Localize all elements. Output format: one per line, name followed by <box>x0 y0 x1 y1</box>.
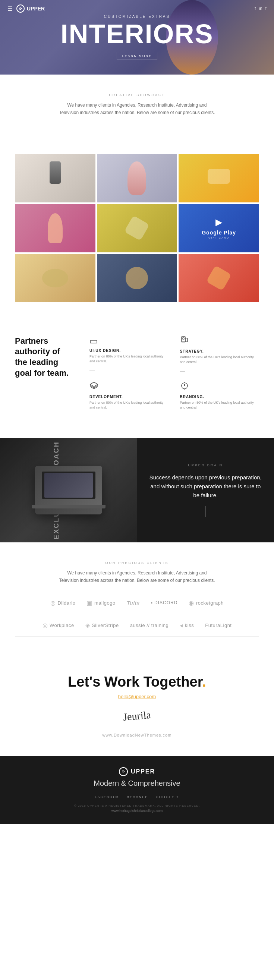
gallery-cell-5 <box>97 204 177 252</box>
dildario-icon: ◎ <box>50 600 56 606</box>
footer-facebook[interactable]: FACEBOOK <box>95 795 119 799</box>
gallery-cell-1 <box>15 154 96 202</box>
ui-ux-desc: Partner on 80% of the UK's leading local… <box>89 354 169 364</box>
clients-label: OUR PRECIOUS CLIENTS <box>15 561 259 565</box>
signature: Jeurila <box>123 709 151 723</box>
abstract-3d-shape <box>206 266 231 291</box>
logo[interactable]: ⟳ UPPER <box>16 5 45 13</box>
footer-behance[interactable]: BEHANCE <box>127 795 148 799</box>
footer: ⟳ UPPER Modern & Comprehensive FACEBOOK … <box>0 756 274 824</box>
footer-url: www.heritageichristiancollege.com <box>15 809 259 813</box>
creative-label: CREATIVE SHOWCASE <box>15 93 259 97</box>
logo-circle: ⟳ <box>16 5 25 13</box>
google-play-sub: GIFT CARD <box>209 236 229 239</box>
kiss-icon: ◂ <box>180 622 183 629</box>
gallery-cell-4 <box>15 204 96 252</box>
signature-area: Jeurila <box>15 707 259 725</box>
laptop-shape <box>35 466 102 514</box>
client-tufts: Tufts <box>127 600 140 606</box>
creative-showcase-section: CREATIVE SHOWCASE We have many clients i… <box>0 75 274 154</box>
ui-ux-icon: ▭ <box>89 336 169 346</box>
approach-section: EXCLUSIVE APPROACH UPPER BRAIN Success d… <box>0 438 274 542</box>
service-strategy: STRATEGY. Partner on 80% of the UK's lea… <box>180 336 260 374</box>
learn-more-button[interactable]: LEARN MORE <box>117 52 158 60</box>
client-aussie: aussie // training <box>130 622 169 628</box>
futuralight-text: FuturaLight <box>205 622 231 628</box>
header-content: CUSTOMIZABLE EXTRAS INTERIORS LEARN MORE <box>61 14 213 60</box>
footer-nav: FACEBOOK BEHANCE GOOGLE + <box>15 795 259 799</box>
workplace-text: Workplace <box>49 622 74 628</box>
facebook-icon[interactable]: f <box>255 6 256 11</box>
gallery-cell-3 <box>178 154 259 202</box>
partners-title: Partners authority of the leading goal f… <box>15 336 75 379</box>
nav-left: ☰ ⟳ UPPER <box>8 5 45 13</box>
fruit-bike-shape <box>42 269 68 287</box>
footer-google[interactable]: GOOGLE + <box>156 795 179 799</box>
hamburger-icon[interactable]: ☰ <box>8 5 13 12</box>
strategy-title: STRATEGY. <box>180 349 260 353</box>
work-title: Let's Work Together. <box>15 674 259 690</box>
dildario-text: Dildario <box>57 600 75 606</box>
workplace-icon: ◎ <box>43 622 48 629</box>
linkedin-icon[interactable]: in <box>259 6 262 11</box>
gallery-cell-google-play: ▶ Google Play GIFT CARD <box>178 204 259 252</box>
strategy-desc: Partner on 80% of the UK's leading local… <box>180 355 260 365</box>
mailgogo-text: mailgogo <box>94 600 116 606</box>
client-silverstripe: ◈ SilverStripe <box>85 622 119 629</box>
branding-desc: Partner on 80% of the UK's leading local… <box>180 400 260 410</box>
logo-text: UPPER <box>27 6 45 11</box>
spray-can-shape <box>49 161 61 184</box>
approach-divider <box>206 506 206 517</box>
svg-rect-3 <box>185 338 188 342</box>
client-rocketgraph: ◉ rocketgraph <box>189 600 224 606</box>
client-dildario: ◎ Dildario <box>50 600 76 606</box>
gallery-cell-8 <box>97 254 177 302</box>
clients-section: OUR PRECIOUS CLIENTS We have many client… <box>0 542 274 652</box>
upper-brain-label: UPPER BRAIN <box>188 463 223 467</box>
work-title-dot: . <box>202 674 206 690</box>
development-title: DEVELOPMENT. <box>89 395 169 399</box>
creative-description: We have many clients in Agencies, Resear… <box>59 102 215 117</box>
clients-row-2: ◎ Workplace ◈ SilverStripe aussie // tra… <box>15 614 259 637</box>
client-mailgogo: ▣ mailgogo <box>86 600 115 606</box>
client-workplace: ◎ Workplace <box>43 622 74 629</box>
gallery-cell-7 <box>15 254 96 302</box>
silverstripe-icon: ◈ <box>85 622 90 629</box>
partners-right: ▭ UI-UX DESIGN. Partner on 80% of the UK… <box>89 336 259 419</box>
branding-icon <box>180 381 260 393</box>
work-together-section: Let's Work Together. hello@upper.com Jeu… <box>0 652 274 756</box>
colorful-shape <box>126 267 148 289</box>
approach-quote: Success depends upon previous preparatio… <box>148 473 263 500</box>
client-futuralight: FuturaLight <box>205 622 231 628</box>
hero-title: INTERIORS <box>61 21 213 47</box>
toy-shape <box>208 169 230 184</box>
development-desc: Partner on 80% of the UK's leading local… <box>89 400 169 410</box>
footer-tagline: Modern & Comprehensive <box>15 779 259 788</box>
development-dash: — <box>89 414 169 419</box>
approach-right: UPPER BRAIN Success depends upon previou… <box>137 438 274 542</box>
discord-text: ▪ DISCORD <box>151 600 177 605</box>
branding-dash: — <box>180 414 260 419</box>
rocketgraph-icon: ◉ <box>189 600 194 606</box>
twitter-icon[interactable]: t <box>265 6 266 11</box>
service-branding: BRANDING. Partner on 80% of the UK's lea… <box>180 381 260 419</box>
tufts-text: Tufts <box>127 600 140 606</box>
work-email[interactable]: hello@upper.com <box>15 694 259 699</box>
ui-ux-title: UI-UX DESIGN. <box>89 348 169 353</box>
nav-right: f in t <box>255 6 266 11</box>
footer-logo-circle: ⟳ <box>119 767 128 776</box>
abstract-shape <box>124 215 150 241</box>
partners-section: Partners authority of the leading goal f… <box>0 321 274 438</box>
development-icon <box>89 381 169 393</box>
google-play-text: Google Play <box>202 230 236 235</box>
clients-row-1: ◎ Dildario ▣ mailgogo Tufts ▪ DISCORD ◉ … <box>15 592 259 614</box>
svg-rect-1 <box>183 338 184 339</box>
strategy-dash: — <box>180 368 260 374</box>
mailgogo-icon: ▣ <box>86 600 92 606</box>
kiss-text: kiss <box>185 622 194 628</box>
partners-left: Partners authority of the leading goal f… <box>15 336 75 419</box>
approach-left: EXCLUSIVE APPROACH <box>0 438 137 542</box>
gallery-cell-2 <box>97 154 177 202</box>
figure-shape <box>127 161 146 195</box>
work-title-text: Let's Work Together <box>68 674 202 690</box>
